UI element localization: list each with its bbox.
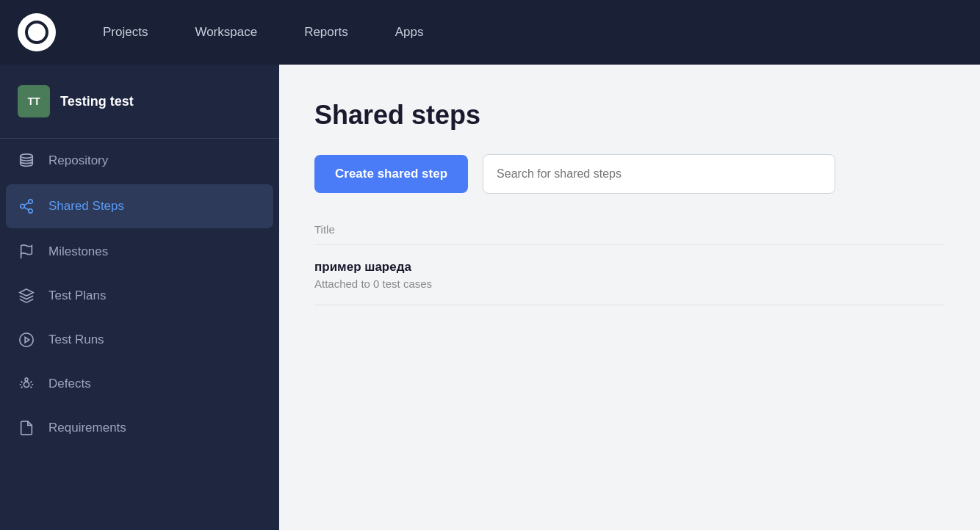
share-icon xyxy=(18,197,35,215)
sidebar-item-label: Repository xyxy=(48,153,108,168)
sidebar-item-label: Defects xyxy=(48,377,91,391)
shared-step-title: пример шареда xyxy=(314,260,945,275)
toolbar: Create shared step xyxy=(314,154,945,194)
sidebar-item-repository[interactable]: Repository xyxy=(0,139,279,183)
main-layout: TT Testing test RepositoryShared StepsMi… xyxy=(0,65,980,530)
sidebar-item-label: Test Runs xyxy=(48,333,104,347)
svg-point-2 xyxy=(21,154,33,159)
page-title: Shared steps xyxy=(314,100,945,131)
sidebar-project[interactable]: TT Testing test xyxy=(0,65,279,139)
shared-step-subtitle: Attached to 0 test cases xyxy=(314,277,945,290)
sidebar-nav: RepositoryShared StepsMilestonesTest Pla… xyxy=(0,139,279,450)
svg-marker-9 xyxy=(20,289,33,296)
topnav: ProjectsWorkspaceReportsApps xyxy=(0,0,980,65)
nav-item-reports[interactable]: Reports xyxy=(281,0,372,65)
sidebar-item-label: Shared Steps xyxy=(48,199,124,214)
file-icon xyxy=(18,419,35,437)
sidebar-item-label: Test Plans xyxy=(48,288,106,303)
content-area: Shared steps Create shared step Title пр… xyxy=(279,65,980,530)
svg-point-1 xyxy=(32,27,42,37)
svg-line-7 xyxy=(24,203,29,206)
sidebar-item-shared-steps[interactable]: Shared Steps xyxy=(6,184,273,228)
flag-icon xyxy=(18,243,35,261)
logo[interactable] xyxy=(18,13,56,51)
project-name: Testing test xyxy=(60,94,134,109)
sidebar-item-test-runs[interactable]: Test Runs xyxy=(0,318,279,362)
sidebar-item-defects[interactable]: Defects xyxy=(0,362,279,406)
svg-point-5 xyxy=(29,209,33,214)
nav-item-apps[interactable]: Apps xyxy=(372,0,447,65)
project-avatar: TT xyxy=(18,85,50,117)
database-icon xyxy=(18,152,35,170)
svg-point-10 xyxy=(20,333,33,346)
sidebar-item-label: Requirements xyxy=(48,421,126,435)
shared-step-row[interactable]: пример шаредаAttached to 0 test cases xyxy=(314,245,945,305)
nav-item-workspace[interactable]: Workspace xyxy=(171,0,281,65)
shared-steps-list: пример шаредаAttached to 0 test cases xyxy=(314,245,945,305)
play-circle-icon xyxy=(18,331,35,349)
search-input[interactable] xyxy=(483,154,835,194)
svg-point-12 xyxy=(24,382,29,387)
nav-items: ProjectsWorkspaceReportsApps xyxy=(79,0,447,65)
layers-icon xyxy=(18,287,35,305)
create-shared-step-button[interactable]: Create shared step xyxy=(314,155,468,193)
sidebar-item-label: Milestones xyxy=(48,244,108,259)
sidebar-item-requirements[interactable]: Requirements xyxy=(0,406,279,450)
sidebar-item-test-plans[interactable]: Test Plans xyxy=(0,274,279,318)
table-header: Title xyxy=(314,217,945,245)
svg-marker-11 xyxy=(25,337,29,342)
svg-line-6 xyxy=(24,207,29,210)
nav-item-projects[interactable]: Projects xyxy=(79,0,171,65)
sidebar: TT Testing test RepositoryShared StepsMi… xyxy=(0,65,279,530)
sidebar-item-milestones[interactable]: Milestones xyxy=(0,230,279,274)
svg-point-4 xyxy=(21,204,25,208)
svg-point-3 xyxy=(29,200,33,204)
bug-icon xyxy=(18,375,35,393)
